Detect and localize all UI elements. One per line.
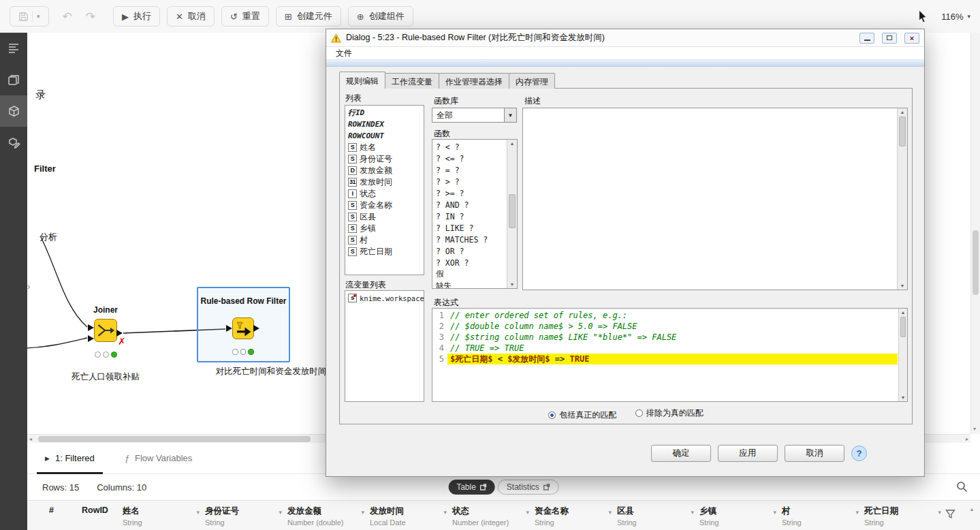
scrollbar-thumb[interactable] — [38, 436, 311, 442]
search-icon[interactable] — [956, 481, 968, 493]
tab-job-manager[interactable]: 作业管理器选择 — [439, 73, 509, 89]
scroll-up-icon[interactable]: ▲ — [898, 110, 907, 114]
table-column-header[interactable]: 状态 Number (integer) ▾ — [452, 505, 535, 530]
scroll-up-icon[interactable]: ▲ — [899, 310, 907, 315]
chevron-down-icon[interactable]: ▾ — [608, 509, 612, 516]
tab-workflow-variables[interactable]: 工作流变量 — [385, 73, 439, 89]
expression-scrollbar[interactable]: ▲ ▼ — [898, 309, 907, 401]
expression-editor[interactable]: 1// enter ordered set of rules, e.g.:2//… — [432, 308, 908, 402]
tab-filtered[interactable]: ▶ 1: Filtered — [45, 443, 95, 474]
ok-button[interactable]: 确定 — [651, 445, 711, 462]
joiner-input-port-1[interactable] — [88, 324, 94, 331]
scroll-right-icon[interactable]: ▸ — [966, 437, 968, 442]
column-list-item[interactable]: ROWCOUNT — [345, 130, 424, 142]
scroll-up-icon[interactable]: ▲ — [507, 141, 517, 146]
scrollbar-thumb[interactable] — [509, 194, 516, 228]
scroll-down-icon[interactable]: ▼ — [507, 282, 517, 287]
apply-button[interactable]: 应用 — [718, 445, 778, 462]
column-list-item[interactable]: S 死亡日期 — [345, 246, 424, 258]
joiner-input-port-2[interactable] — [88, 335, 94, 342]
expression-line[interactable]: 2// $double column name$ > 5.0 => FALSE — [432, 321, 898, 332]
sidebar-expand-handle[interactable]: › — [27, 281, 30, 292]
function-list-item[interactable]: ? < ? — [432, 141, 507, 153]
scrollbar-thumb[interactable] — [900, 317, 906, 337]
chevron-down-icon[interactable]: ▾ — [691, 509, 694, 516]
column-list-item[interactable]: S 资金名称 — [345, 200, 424, 211]
filter-funnel-icon[interactable] — [945, 509, 955, 519]
minimize-button[interactable] — [859, 33, 874, 44]
cancel-button[interactable]: 取消 — [785, 445, 844, 462]
save-button[interactable]: ▾ — [10, 6, 49, 27]
chevron-down-icon[interactable]: ▾ — [443, 509, 447, 516]
function-list-scrollbar[interactable]: ▲ ▼ — [507, 140, 517, 288]
column-list-item[interactable]: S 区县 — [345, 211, 424, 223]
workflow-editor-icon[interactable] — [0, 95, 27, 127]
function-list-item[interactable]: ? LIKE ? — [432, 222, 507, 234]
chevron-down-icon[interactable]: ▾ — [938, 509, 941, 516]
function-list-item[interactable]: ? MATCHES ? — [432, 234, 507, 245]
function-list[interactable]: ? < ? ? <= ? ? = ? ? > ? ? >= ? ? AND ? … — [432, 139, 518, 289]
table-column-header[interactable]: 姓名 String ▾ — [123, 505, 205, 530]
menu-file[interactable]: 文件 — [336, 48, 352, 59]
table-column-header[interactable]: # ▾ — [49, 505, 82, 530]
chevron-down-icon[interactable]: ▾ — [526, 509, 529, 516]
scroll-down-icon[interactable]: ▾ — [973, 426, 976, 432]
zoom-control[interactable]: 116% ▾ — [941, 12, 970, 22]
table-column-header[interactable]: RowID ▾ — [82, 505, 123, 530]
column-list-item[interactable]: S 身份证号 — [345, 153, 424, 165]
scroll-down-icon[interactable]: ▼ — [899, 395, 907, 400]
column-list-item[interactable]: I 状态 — [345, 188, 424, 200]
function-library-select[interactable]: 全部 ▼ — [432, 108, 517, 123]
node-repository-icon[interactable] — [0, 64, 27, 95]
scroll-down-icon[interactable]: ▼ — [898, 283, 907, 288]
maximize-button[interactable] — [882, 33, 897, 44]
function-list-item[interactable]: ? OR ? — [432, 245, 507, 257]
chevron-down-icon[interactable]: ▾ — [773, 509, 776, 516]
dropdown-arrow-icon[interactable]: ▼ — [504, 108, 516, 122]
tab-flow-variables[interactable]: ƒ Flow Variables — [125, 443, 193, 474]
column-list-item[interactable]: S 姓名 — [345, 142, 424, 153]
function-list-item[interactable]: ? >= ? — [432, 187, 507, 199]
table-column-header[interactable]: 乡镇 String ▾ — [699, 505, 782, 530]
function-list-item[interactable]: ? > ? — [432, 176, 507, 187]
scrollbar-thumb[interactable] — [973, 230, 979, 295]
expression-line[interactable]: 1// enter ordered set of rules, e.g.: — [432, 310, 898, 321]
filter-output-port[interactable] — [253, 325, 259, 332]
flow-variable-list[interactable]: s knime.workspace — [345, 290, 424, 402]
scroll-left-icon[interactable]: ◂ — [29, 437, 32, 442]
flow-variable-item[interactable]: s knime.workspace — [345, 292, 424, 304]
column-list-item[interactable]: 行ID — [345, 107, 424, 119]
table-column-header[interactable]: 发放时间 Local Date ▾ — [370, 505, 452, 530]
description-panel-icon[interactable] — [0, 33, 27, 64]
close-button[interactable]: × — [904, 33, 919, 44]
joiner-node[interactable] — [94, 319, 117, 342]
chevron-down-icon[interactable]: ▾ — [361, 509, 364, 516]
expression-line[interactable]: 5$死亡日期$ < $发放时间$ => TRUE — [432, 354, 898, 364]
table-column-header[interactable]: 发放金额 Number (double) ▾ — [287, 505, 370, 530]
function-list-item[interactable]: ? IN ? — [432, 211, 507, 222]
table-column-header[interactable]: 资金名称 String ▾ — [535, 505, 617, 530]
tab-rule-editor[interactable]: 规则编辑 — [339, 72, 385, 89]
expression-line[interactable]: 3// $string column name$ LIKE "*blue*" =… — [432, 332, 898, 343]
function-list-item[interactable]: ? AND ? — [432, 199, 507, 211]
function-list-item[interactable]: ? <= ? — [432, 153, 507, 164]
expression-line[interactable]: 4// TRUE => TRUE — [432, 343, 898, 354]
redo-button[interactable]: ↷ — [86, 10, 95, 24]
table-column-header[interactable]: 区县 String ▾ — [617, 505, 699, 530]
create-metanode-button[interactable]: ⊕ 创建组件 — [348, 6, 413, 27]
reset-button[interactable]: ↺ 重置 — [221, 6, 269, 27]
canvas-vertical-scrollbar[interactable]: ▾ — [970, 33, 980, 434]
column-list[interactable]: 行ID ROWINDEX ROWCOUNT S 姓名 — [345, 105, 424, 275]
annotation-edit-icon[interactable] — [0, 127, 27, 158]
view-toggle-table[interactable]: Table — [448, 480, 495, 495]
function-list-item[interactable]: 假 — [432, 268, 507, 280]
function-list-item[interactable]: 缺失 — [432, 280, 507, 289]
table-column-header[interactable]: 身份证号 String ▾ — [205, 505, 287, 530]
dialog-titlebar[interactable]: Dialog - 5:23 - Rule-based Row Filter (对… — [326, 29, 924, 47]
radio-include-matches[interactable]: 包括真正的匹配 — [548, 409, 616, 421]
column-list-item[interactable]: ROWINDEX — [345, 119, 424, 130]
scrollbar-thumb[interactable] — [899, 116, 906, 146]
help-button[interactable]: ? — [851, 446, 867, 461]
function-list-item[interactable]: ? = ? — [432, 164, 507, 176]
table-column-header[interactable]: 死亡日期 String ▾ — [864, 505, 947, 530]
